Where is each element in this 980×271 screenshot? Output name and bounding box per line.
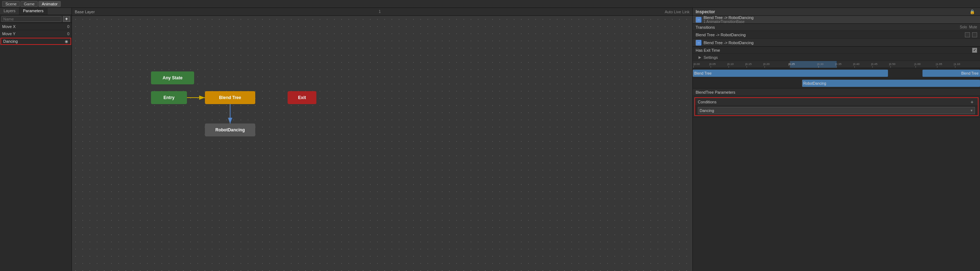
left-panel-tabs: Layers Parameters [0, 8, 72, 15]
has-exit-time-row: Has Exit Time ✓ [693, 47, 980, 54]
node-entry[interactable]: Entry [151, 91, 187, 104]
solo-label: Solo [960, 25, 967, 29]
mute-label: Mute [969, 25, 977, 29]
settings-arrow-icon: ▶ [698, 55, 702, 59]
node-any-state[interactable]: Any State [151, 71, 194, 84]
svg-text:|0.15: |0.15 [745, 62, 752, 66]
svg-text:|0.30: |0.30 [817, 62, 824, 66]
svg-text:|1.05: |1.05 [936, 62, 942, 66]
transition-icon: → [696, 17, 702, 22]
search-input[interactable] [2, 16, 62, 22]
sub-label: 1 AnimatorTransitionBase [703, 20, 754, 24]
blend-params-label: BlendTree Parameters [696, 90, 735, 94]
inspector-title: Inspector [696, 10, 715, 14]
param-value-movex: 0 [59, 24, 69, 29]
transitions-header: Transitions Solo Mute [693, 24, 980, 31]
node-robot-dancing[interactable]: RobotDancing [205, 124, 255, 136]
auto-live-link[interactable]: Auto Live Link [665, 10, 689, 14]
svg-text:|0.10: |0.10 [727, 62, 734, 66]
conditions-row: Dancing ▼ [695, 106, 978, 115]
dancing-param-icon: ◉ [65, 39, 68, 44]
add-param-button[interactable]: + [63, 16, 70, 22]
inspector-content: → Blend Tree -> RobotDancing 1 AnimatorT… [693, 16, 980, 271]
tab-layers[interactable]: Layers [0, 8, 19, 15]
settings-label: Settings [703, 55, 718, 60]
dancing-param-label: Dancing [3, 39, 65, 43]
svg-text:|0.40: |0.40 [853, 62, 859, 66]
transition-row-label: Blend Tree -> RobotDancing [696, 33, 963, 37]
center-toolbar: Base Layer 1 Auto Live Link [72, 8, 692, 16]
breadcrumb-row: → Blend Tree -> RobotDancing 1 AnimatorT… [693, 16, 980, 24]
transition-detail-title: Blend Tree -> RobotDancing [703, 41, 754, 45]
param-value-movey: 0 [59, 32, 69, 36]
svg-rect-15 [790, 61, 837, 68]
inspector-lock-icon[interactable]: 🔒 [967, 10, 977, 14]
svg-text:|0.50: |0.50 [889, 62, 896, 66]
svg-text:|0.20: |0.20 [763, 62, 770, 66]
timeline-section: |0.00 |0.05 |0.10 |0.15 |0.20 |0.25 [693, 61, 980, 89]
svg-text:|0.25: |0.25 [788, 62, 795, 66]
track1-label-right: Blend Tree [961, 71, 978, 75]
param-name-movex: Move X [2, 24, 59, 29]
breadcrumb-label: Blend Tree -> RobotDancing [703, 16, 754, 20]
node-exit[interactable]: Exit [288, 91, 317, 104]
settings-row[interactable]: ▶ Settings [693, 54, 980, 61]
blend-params-header: BlendTree Parameters [693, 89, 980, 96]
top-bar: Scene Game Animator [0, 0, 980, 8]
svg-text:|0.45: |0.45 [871, 62, 878, 66]
mute-checkbox[interactable] [972, 32, 977, 37]
transition-row[interactable]: Blend Tree -> RobotDancing [693, 31, 980, 39]
inspector-header: Inspector 🔒 [693, 8, 980, 16]
center-panel: Base Layer 1 Auto Live Link [72, 8, 692, 271]
svg-text:|1.10: |1.10 [954, 62, 960, 66]
has-exit-time-checkbox[interactable]: ✓ [972, 48, 977, 53]
svg-text:|0.35: |0.35 [835, 62, 842, 66]
timeline-ruler: |0.00 |0.05 |0.10 |0.15 |0.20 |0.25 [693, 61, 980, 68]
base-layer-label: Base Layer [75, 10, 95, 14]
track2-label: RobotDancing [803, 81, 826, 86]
ruler-svg: |0.00 |0.05 |0.10 |0.15 |0.20 |0.25 [693, 61, 980, 68]
canvas-area[interactable]: Any State Entry Blend Tree Exit RobotDan… [72, 16, 692, 271]
svg-text:|1.00: |1.00 [914, 62, 921, 66]
main-layout: Layers Parameters + Move X 0 Move Y 0 Da… [0, 8, 980, 271]
param-row-movey: Move Y 0 [0, 30, 72, 37]
conditions-section: Conditions + Dancing ▼ [694, 97, 978, 116]
dancing-param[interactable]: Dancing ◉ [0, 38, 71, 45]
param-name-movey: Move Y [2, 32, 59, 36]
right-panel: Inspector 🔒 → Blend Tree -> RobotDancing… [692, 8, 980, 271]
arrows-svg [72, 16, 692, 271]
conditions-add-button[interactable]: + [970, 99, 974, 105]
timeline-track-blend: Blend Tree Blend Tree [693, 68, 980, 78]
transition-detail-icon: → [696, 40, 702, 46]
timeline-track-robot: RobotDancing [693, 78, 980, 88]
svg-text:|0.05: |0.05 [709, 62, 716, 66]
svg-text:|0.00: |0.00 [694, 62, 700, 66]
has-exit-time-label: Has Exit Time [696, 48, 970, 52]
tab-animator[interactable]: Animator [38, 1, 61, 7]
layer-number: 1 [379, 10, 381, 14]
conditions-label: Conditions [698, 100, 716, 104]
conditions-dropdown[interactable]: Dancing ▼ [698, 107, 975, 114]
transition-detail-header: → Blend Tree -> RobotDancing [693, 39, 980, 47]
tab-parameters[interactable]: Parameters [19, 8, 48, 15]
node-blend-tree[interactable]: Blend Tree [205, 91, 255, 104]
tab-scene[interactable]: Scene [2, 1, 20, 7]
tab-game[interactable]: Game [21, 1, 38, 7]
chevron-down-icon: ▼ [970, 109, 973, 113]
conditions-dropdown-value: Dancing [700, 108, 714, 113]
conditions-header: Conditions + [695, 98, 978, 106]
left-panel: Layers Parameters + Move X 0 Move Y 0 Da… [0, 8, 72, 271]
track1-label-left: Blend Tree [694, 71, 711, 75]
transitions-label: Transitions [696, 25, 958, 29]
transition-detail: → Blend Tree -> RobotDancing Has Exit Ti… [693, 39, 980, 118]
solo-checkbox[interactable] [965, 32, 970, 37]
param-search-bar: + [0, 15, 72, 23]
param-row-movex: Move X 0 [0, 23, 72, 30]
